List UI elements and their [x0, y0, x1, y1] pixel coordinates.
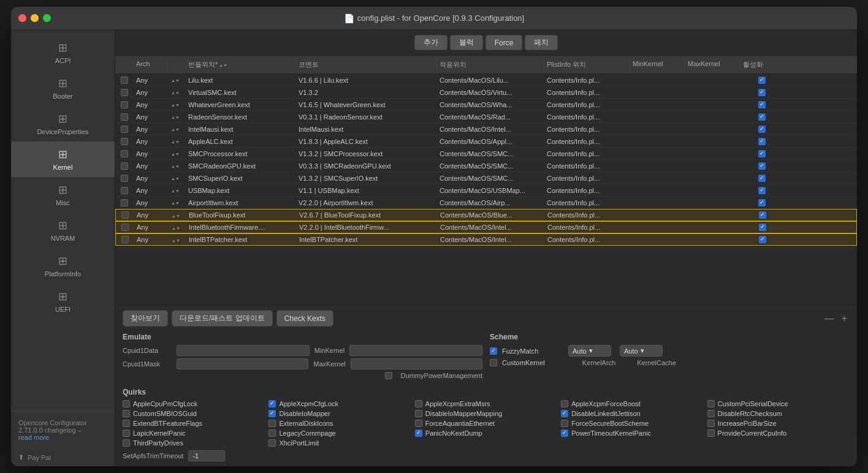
quirk-checkbox[interactable] — [123, 400, 130, 407]
row-checkbox[interactable] — [115, 100, 134, 110]
cpuid1mask-input[interactable] — [177, 358, 308, 369]
plus-button[interactable]: + — [839, 313, 850, 324]
row-arrows[interactable]: ▲▼ — [168, 235, 186, 244]
row-enabled[interactable] — [740, 75, 783, 85]
header-bundle[interactable]: 번들위치*▲▼ — [186, 58, 296, 71]
block-button[interactable]: 블럭 — [450, 35, 483, 50]
table-row-highlighted[interactable]: Any ▲▼ IntelBluetoothFirmware.... V2.2.0… — [115, 221, 857, 233]
quirk-IncreasePciBarSize[interactable]: IncreasePciBarSize — [707, 420, 850, 427]
header-minkernel[interactable]: MinKernel — [630, 58, 685, 71]
table-row-highlighted[interactable]: Any ▲▼ IntelBTPatcher.kext IntelBTPatche… — [115, 233, 857, 246]
row-checkbox[interactable] — [115, 112, 134, 122]
quirk-AppleXcpmForceBoost[interactable]: AppleXcpmForceBoost — [561, 400, 703, 407]
quirk-PowerTimeoutKernelPanic[interactable]: PowerTimeoutKernelPanic — [561, 429, 703, 437]
maxkernel-input[interactable] — [351, 358, 482, 369]
table-row[interactable]: Any ▲▼ AirportItlwm.kext V2.2.0 | Airpor… — [115, 197, 857, 209]
quirk-ProvideCurrentCpuInfo[interactable]: ProvideCurrentCpuInfo — [707, 429, 850, 437]
row-enabled[interactable] — [740, 100, 783, 110]
quirk-LegacyCommpage[interactable]: LegacyCommpage — [268, 429, 411, 437]
quirk-checkbox[interactable] — [415, 420, 422, 427]
dummy-checkbox[interactable] — [385, 372, 392, 379]
minimize-button[interactable] — [31, 14, 39, 22]
quirk-CustomPciSerialDevice[interactable]: CustomPciSerialDevice — [707, 400, 850, 407]
quirk-checkbox[interactable] — [268, 429, 276, 437]
find-button[interactable]: 찾아보기 — [123, 310, 168, 327]
add-button[interactable]: 추가 — [414, 35, 447, 50]
row-enabled[interactable] — [740, 186, 783, 195]
quirk-checkbox[interactable] — [707, 410, 715, 417]
quirk-AppleCpuPmCfgLock[interactable]: AppleCpuPmCfgLock — [123, 400, 265, 407]
row-enabled[interactable] — [740, 161, 783, 171]
row-enabled[interactable] — [741, 235, 784, 244]
row-enabled[interactable] — [740, 173, 783, 183]
quirk-XhciPortLimit[interactable]: XhciPortLimit — [268, 439, 411, 447]
sidebar-item-platforminfo[interactable]: ⊞ PlatformInfo — [11, 248, 115, 284]
quirk-checkbox[interactable] — [707, 400, 715, 407]
sidebar-item-acpi[interactable]: ⊞ ACPI — [11, 35, 115, 70]
row-checkbox[interactable] — [116, 210, 134, 220]
row-arrows[interactable]: ▲▼ — [168, 210, 186, 220]
quirk-ForceSecureBootScheme[interactable]: ForceSecureBootScheme — [561, 420, 703, 427]
row-enabled[interactable] — [741, 210, 784, 220]
quirk-LapicKernelPanic[interactable]: LapicKernelPanic — [123, 429, 265, 437]
quirk-AppleXcpmExtraMsrs[interactable]: AppleXcpmExtraMsrs — [415, 400, 557, 407]
row-checkbox[interactable] — [115, 124, 134, 134]
quirk-DisableIoMapper[interactable]: DisableIoMapper — [268, 410, 411, 417]
table-row[interactable]: Any ▲▼ RadeonSensor.kext V0.3.1 | Radeon… — [115, 111, 857, 123]
sidebar-item-booter[interactable]: ⊞ Booter — [11, 70, 115, 106]
sidebar-item-nvram[interactable]: ⊞ NVRAM — [11, 213, 115, 248]
quirk-DisableRtcChecksum[interactable]: DisableRtcChecksum — [707, 410, 850, 417]
row-arrows[interactable]: ▲▼ — [167, 137, 186, 146]
row-arrows[interactable]: ▲▼ — [167, 161, 186, 171]
row-enabled[interactable] — [740, 198, 783, 208]
quirk-checkbox[interactable] — [415, 400, 422, 407]
row-checkbox[interactable] — [115, 173, 134, 183]
table-row[interactable]: Any ▲▼ VirtualSMC.kext V1.3.2 Contents/M… — [115, 86, 857, 99]
row-checkbox[interactable] — [116, 222, 134, 232]
check-kexts-button[interactable]: Check Kexts — [276, 310, 333, 327]
quirk-checkbox[interactable] — [415, 410, 422, 417]
read-more-link[interactable]: read more — [18, 434, 49, 441]
row-arrows[interactable]: ▲▼ — [167, 124, 186, 134]
row-arrows[interactable]: ▲▼ — [167, 88, 186, 97]
row-enabled[interactable] — [740, 124, 783, 134]
table-row[interactable]: Any ▲▼ IntelMausi.kext IntelMausi.kext C… — [115, 123, 857, 135]
header-target[interactable]: 적용위치 — [437, 58, 544, 71]
force-button[interactable]: Force — [485, 35, 523, 50]
sidebar-item-uefi[interactable]: ⊞ UEFI — [11, 284, 115, 319]
row-arrows[interactable]: ▲▼ — [167, 186, 186, 195]
row-arrows[interactable]: ▲▼ — [167, 112, 186, 122]
quirk-checkbox[interactable] — [561, 420, 568, 427]
row-checkbox[interactable] — [115, 198, 134, 208]
table-row[interactable]: Any ▲▼ USBMap.kext V1.1 | USBMap.kext Co… — [115, 184, 857, 197]
quirk-checkbox[interactable] — [561, 410, 568, 417]
row-arrows[interactable]: ▲▼ — [167, 75, 186, 85]
cpuid1data-input[interactable] — [177, 345, 310, 356]
kernel-arch-select[interactable]: Auto ▾ — [568, 345, 611, 357]
sidebar-item-kernel[interactable]: ⊞ Kernel — [11, 142, 115, 177]
download-button[interactable]: 다운로드/패스트 업데이트 — [172, 310, 273, 327]
quirk-checkbox[interactable] — [123, 439, 130, 447]
quirk-checkbox[interactable] — [123, 420, 130, 427]
sidebar-item-misc[interactable]: ⊞ Misc — [11, 177, 115, 213]
fuzzy-checkbox[interactable] — [490, 347, 497, 355]
patch-button[interactable]: 패치 — [525, 35, 558, 50]
table-row[interactable]: Any ▲▼ WhateverGreen.kext V1.6.5 | Whate… — [115, 99, 857, 111]
row-arrows[interactable]: ▲▼ — [167, 100, 186, 110]
row-enabled[interactable] — [740, 112, 783, 122]
row-enabled[interactable] — [740, 137, 783, 146]
quirk-DisableLinkeditJettison[interactable]: DisableLinkeditJettison — [561, 410, 703, 417]
quirk-checkbox[interactable] — [268, 420, 276, 427]
close-button[interactable] — [18, 14, 26, 22]
row-arrows[interactable]: ▲▼ — [168, 222, 186, 232]
header-plist[interactable]: PlistInfo 위치 — [544, 58, 630, 71]
quirk-checkbox[interactable] — [561, 400, 568, 407]
quirk-checkbox[interactable] — [268, 400, 276, 407]
row-enabled[interactable] — [740, 149, 783, 159]
row-checkbox[interactable] — [115, 75, 134, 85]
kext-table-container[interactable]: Arch 번들위치*▲▼ 코멘트 적용위치 PlistInfo 위치 MinKe… — [115, 56, 857, 305]
quirk-ExternalDiskIcons[interactable]: ExternalDiskIcons — [268, 420, 411, 427]
quirk-checkbox[interactable] — [707, 420, 715, 427]
quirk-DisableIoMapperMapping[interactable]: DisableIoMapperMapping — [415, 410, 557, 417]
row-checkbox[interactable] — [115, 88, 134, 97]
